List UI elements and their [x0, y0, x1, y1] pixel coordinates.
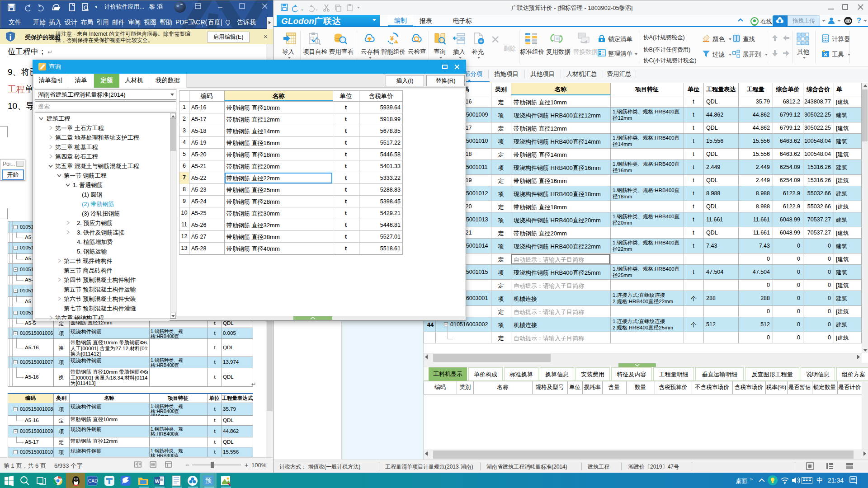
svg-text:¥: ¥	[390, 35, 394, 42]
svg-text:W: W	[155, 479, 160, 484]
svg-text:CAD: CAD	[88, 479, 98, 483]
svg-text:!: !	[396, 41, 396, 44]
